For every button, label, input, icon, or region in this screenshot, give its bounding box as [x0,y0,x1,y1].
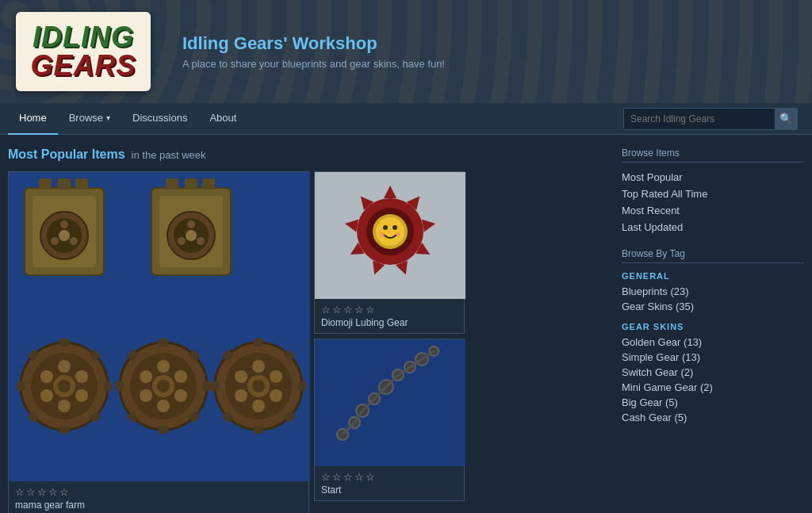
search-input[interactable] [624,109,775,129]
search-bar: 🔍 [623,108,798,130]
sidebar-link-most-popular[interactable]: Most Popular [622,169,804,186]
nav-discussions[interactable]: Discussions [121,103,198,135]
logo[interactable]: IDLING GEARS [16,12,151,91]
item-name-diomoji: Diomoji Lubing Gear [321,317,458,328]
search-button[interactable]: 🔍 [775,109,797,129]
tag-link-cash-gear[interactable]: Cash Gear (5) [622,410,804,425]
svg-point-91 [383,225,388,230]
svg-point-61 [252,360,265,373]
svg-point-45 [174,389,187,402]
svg-rect-95 [315,339,465,466]
svg-point-50 [157,380,170,392]
svg-point-90 [376,217,404,246]
tag-label-switch-gear: Switch Gear [622,366,678,378]
start-svg [315,339,465,466]
tag-link-simple-gear[interactable]: Simple Gear (13) [622,350,804,365]
svg-point-92 [393,225,397,230]
nav-browse-label: Browse [69,112,103,124]
tag-label-big-gear: Big Gear [622,396,662,408]
sidebar-link-last-updated[interactable]: Last Updated [622,219,804,235]
svg-point-11 [59,230,70,241]
sidebar-browse-items: Browse Items Most Popular Top Rated All … [622,147,804,235]
tag-count-simple-gear: (13) [682,351,700,363]
tag-link-mini-game-gear[interactable]: Mini Game Gear (2) [622,380,804,395]
tag-link-gear-skins[interactable]: Gear Skins (35) [622,299,804,314]
tag-link-blueprints[interactable]: Blueprints (23) [622,284,804,299]
svg-rect-4 [75,178,88,190]
item-footer-diomoji: ☆☆☆☆☆ Diomoji Lubing Gear [315,299,464,333]
tag-count-big-gear: (5) [665,396,678,408]
chevron-down-icon: ▾ [106,113,110,122]
item-card-mama-gear-farm[interactable]: ☆☆☆☆☆ mama gear farm [8,171,309,513]
svg-rect-69 [254,339,263,346]
tag-count-golden-gear: (13) [684,336,702,348]
svg-rect-14 [185,178,197,190]
svg-point-28 [58,400,71,412]
right-column: ☆☆☆☆☆ Diomoji Lubing Gear [314,171,465,513]
main-content: Most Popular Items in the past week [0,135,812,513]
tag-link-big-gear[interactable]: Big Gear (5) [622,395,804,410]
svg-point-44 [174,370,187,383]
header-title-area: Idling Gears' Workshop A place to share … [182,33,445,70]
svg-rect-5 [39,178,52,190]
tag-link-golden-gear[interactable]: Golden Gear (13) [622,335,804,350]
svg-rect-53 [203,381,211,391]
item-card-start[interactable]: ☆☆☆☆☆ Start [314,339,465,501]
gear-farm-svg [9,172,310,481]
sidebar-link-most-recent[interactable]: Most Recent [622,202,804,219]
section-title-sub: in the past week [132,149,206,161]
svg-point-20 [197,237,205,245]
svg-rect-3 [58,178,71,190]
svg-rect-39 [17,381,25,391]
section-title-row: Most Popular Items in the past week [8,147,612,162]
tag-count-switch-gear: (2) [680,366,693,378]
sidebar-link-top-rated[interactable]: Top Rated All Time [622,186,804,202]
svg-point-10 [51,237,59,245]
content-area: Most Popular Items in the past week [8,147,612,513]
svg-rect-51 [159,339,168,346]
nav-bar: Home Browse ▾ Discussions About 🔍 [0,103,812,135]
svg-point-25 [58,360,71,373]
logo-text-idling: IDLING [33,23,134,52]
item-card-diomoji[interactable]: ☆☆☆☆☆ Diomoji Lubing Gear [314,171,465,334]
item-name-start: Start [321,484,458,496]
tag-link-switch-gear[interactable]: Switch Gear (2) [622,365,804,380]
item-image-mama-gear-farm [9,172,310,481]
tag-label-blueprints: Blueprints [622,285,668,297]
svg-rect-35 [104,381,112,391]
svg-point-43 [157,360,170,373]
sidebar: Browse Items Most Popular Top Rated All … [622,147,804,513]
nav-home[interactable]: Home [8,103,58,135]
logo-text-gears: GEARS [30,52,136,80]
svg-rect-37 [59,426,69,434]
svg-point-9 [70,237,78,245]
svg-point-27 [75,389,88,402]
item-image-diomoji [315,172,465,299]
item-name-mama-gear-farm: mama gear farm [15,500,302,511]
tag-count-mini-game-gear: (2) [700,381,713,393]
svg-rect-75 [211,381,219,391]
svg-rect-73 [254,426,263,434]
svg-point-46 [157,400,170,412]
svg-point-66 [235,370,247,383]
nav-browse[interactable]: Browse ▾ [58,103,121,135]
tag-label-golden-gear: Golden Gear [622,336,680,348]
svg-point-8 [60,220,68,228]
item-image-start [315,339,465,466]
svg-rect-16 [166,178,178,190]
nav-about[interactable]: About [198,103,247,135]
tag-label-cash-gear: Cash Gear [622,412,672,423]
tag-category-gear-skins: GEAR SKINS [622,322,804,331]
sidebar-browse-by-tag: Browse By Tag GENERAL Blueprints (23) Ge… [622,248,804,425]
tag-label-gear-skins: Gear Skins [622,301,672,312]
svg-point-64 [252,400,265,412]
item-footer-start: ☆☆☆☆☆ Start [315,466,464,500]
svg-point-30 [40,370,53,383]
svg-point-65 [235,389,247,402]
svg-point-21 [178,237,186,245]
svg-point-93 [380,232,385,237]
svg-rect-71 [298,381,306,391]
svg-point-19 [187,220,195,228]
svg-point-62 [270,370,282,383]
svg-rect-55 [159,426,168,434]
